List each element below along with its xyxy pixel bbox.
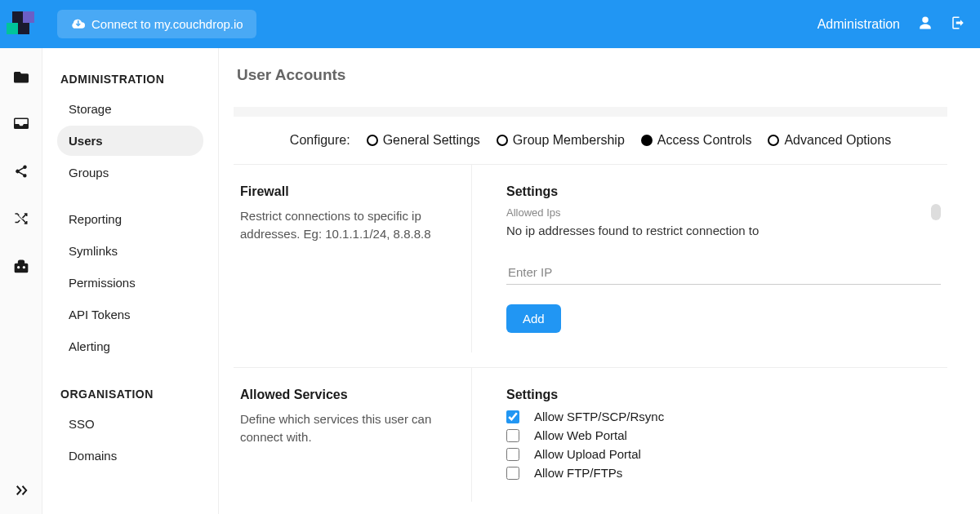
logout-icon[interactable] [951, 16, 965, 33]
inbox-icon[interactable] [12, 115, 30, 133]
sidebar-item-sso[interactable]: SSO [57, 409, 203, 439]
sidebar-item-storage[interactable]: Storage [57, 94, 203, 124]
checkbox-label: Allow Upload Portal [534, 447, 641, 461]
connect-button[interactable]: Connect to my.couchdrop.io [57, 10, 256, 38]
sidebar-heading-admin: ADMINISTRATION [60, 73, 200, 86]
services-settings-heading: Settings [506, 388, 941, 402]
firewall-section: Firewall Restrict connections to specifi… [234, 164, 947, 352]
sidebar-item-domains[interactable]: Domains [57, 441, 203, 471]
configure-label: Configure: [290, 133, 350, 148]
checkbox-ftp[interactable] [506, 467, 519, 480]
checkbox-sftp[interactable] [506, 410, 519, 423]
iconbar [0, 48, 42, 514]
expand-icon[interactable] [12, 481, 30, 499]
page-title: User Accounts [234, 66, 947, 84]
sidebar: ADMINISTRATION Storage Users Groups Repo… [42, 48, 219, 514]
radio-icon [768, 135, 779, 146]
radio-icon [641, 135, 653, 146]
folder-icon[interactable] [12, 68, 30, 86]
sidebar-item-symlinks[interactable]: Symlinks [57, 236, 203, 266]
topbar-right: Administration [817, 16, 965, 33]
sidebar-item-groups[interactable]: Groups [57, 157, 203, 188]
checkbox-label: Allow SFTP/SCP/Rsync [534, 410, 664, 423]
sidebar-item-reporting[interactable]: Reporting [57, 204, 203, 234]
tab-group-membership[interactable]: Group Membership [497, 133, 625, 148]
sidebar-item-api-tokens[interactable]: API Tokens [57, 299, 203, 330]
shuffle-icon[interactable] [12, 210, 30, 228]
add-button[interactable]: Add [506, 304, 561, 333]
services-section: Allowed Services Define which services t… [234, 367, 947, 502]
allowed-ips-label: Allowed Ips [506, 206, 560, 219]
connect-button-label: Connect to my.couchdrop.io [91, 17, 243, 31]
ip-input[interactable] [506, 260, 941, 285]
robot-icon[interactable] [12, 257, 30, 275]
logo[interactable] [7, 11, 33, 38]
allowed-ips-toggle[interactable] [931, 204, 941, 220]
services-heading: Allowed Services [240, 388, 455, 402]
share-icon[interactable] [12, 162, 30, 180]
services-desc: Define which services this user can conn… [240, 410, 455, 446]
cloud-icon [70, 17, 85, 31]
sidebar-heading-org: ORGANISATION [60, 388, 200, 401]
sidebar-item-permissions[interactable]: Permissions [57, 268, 203, 298]
tab-general-settings[interactable]: General Settings [367, 133, 480, 148]
tab-access-controls[interactable]: Access Controls [641, 133, 752, 148]
no-ips-text: No ip addresses found to restrict connec… [506, 224, 941, 237]
tab-label: Advanced Options [784, 133, 891, 148]
radio-icon [367, 135, 378, 146]
main: User Accounts Configure: General Setting… [219, 48, 980, 514]
tab-label: Access Controls [657, 133, 752, 148]
radio-icon [497, 135, 508, 146]
topbar: Connect to my.couchdrop.io Administratio… [0, 0, 980, 48]
config-tabs: Configure: General Settings Group Member… [234, 128, 947, 164]
checkbox-label: Allow FTP/FTPs [534, 466, 622, 480]
checkbox-upload-portal[interactable] [506, 448, 519, 461]
firewall-desc: Restrict connections to specific ip addr… [240, 207, 455, 243]
firewall-settings-heading: Settings [506, 184, 941, 199]
firewall-heading: Firewall [240, 184, 455, 199]
tab-label: General Settings [383, 133, 480, 148]
user-icon[interactable] [918, 16, 933, 33]
sidebar-item-users[interactable]: Users [57, 126, 203, 156]
divider-strip [234, 107, 947, 117]
sidebar-item-alerting[interactable]: Alerting [57, 331, 203, 361]
checkbox-web-portal[interactable] [506, 429, 519, 442]
tab-label: Group Membership [513, 133, 625, 148]
tab-advanced-options[interactable]: Advanced Options [768, 133, 891, 148]
administration-link[interactable]: Administration [817, 17, 900, 32]
checkbox-label: Allow Web Portal [534, 428, 627, 442]
